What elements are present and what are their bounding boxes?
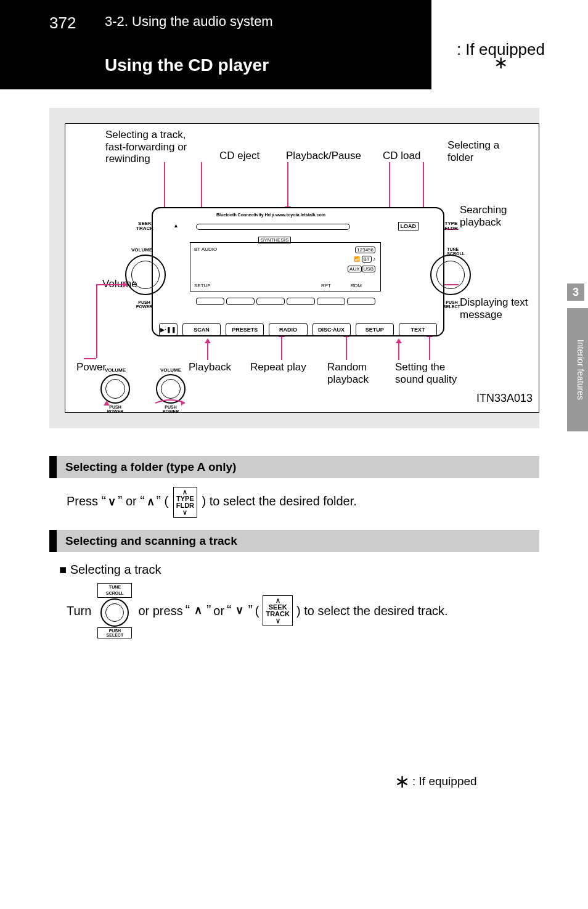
push-power-label: PUSH POWER: [127, 300, 161, 309]
synthesis-label: SYNTHESIS: [258, 237, 291, 243]
bt-audio-label: BT AUDIO: [194, 247, 217, 252]
setup-display-label: SETUP: [194, 283, 211, 288]
section-folder: Selecting a folder (type A only) Press “…: [49, 456, 539, 518]
load-button[interactable]: LOAD: [398, 222, 419, 230]
or-word-2: or: [213, 602, 224, 619]
breadcrumb: 3-2. Using the audio system: [105, 14, 273, 30]
usb-label: USB: [362, 266, 375, 272]
inset-knob-2: VOLUME PUSH POWER: [152, 367, 190, 414]
open-paren: (: [164, 494, 168, 508]
stereo-display: BT AUDIO SYNTHESIS 123456 📶 BT ♪ AUXUSB …: [190, 242, 381, 291]
section-folder-body: Press “∨” or “∧” ( ∧TYPE FLDR∨ ) to sele…: [49, 478, 539, 518]
tune-bot-label: PUSH SELECT: [97, 627, 132, 638]
disc-aux-button[interactable]: DISC·AUX: [312, 323, 351, 336]
chev-down-icon-2: ∨: [234, 603, 245, 618]
footnote: ∗: If equipped: [394, 770, 539, 792]
tune-top-label: TUNE SCROLL: [97, 583, 132, 598]
eject-icon[interactable]: ▲: [171, 222, 181, 229]
chev-up-icon-2: ∧: [192, 603, 204, 618]
callout-folder: Selecting a folder: [447, 139, 521, 163]
callout-eject: CD eject: [219, 150, 259, 162]
if-equipped-note: : If equipped: [457, 40, 545, 59]
folder-text-1: Press: [67, 494, 102, 508]
callout-text-msg: Displaying text message: [460, 296, 540, 320]
asterisk-icon-2: ∗: [394, 771, 410, 791]
bt-help-label: Bluetooth Connectivity Help www.toyota.l…: [214, 212, 327, 218]
bottom-button-row: ▶·❚❚ SCAN PRESETS RADIO DISC·AUX SETUP T…: [153, 322, 443, 338]
callout-setup: Setting the sound quality: [395, 361, 475, 385]
disc-num-icon: 123456: [355, 247, 375, 253]
side-tab-label: Interior features: [570, 314, 586, 425]
cd-slot: [196, 224, 350, 230]
seek-track-label: SEEK TRACK: [129, 221, 160, 232]
playpause-button[interactable]: ▶·❚❚: [159, 323, 178, 336]
inset-power-label-1: PUSH POWER: [96, 405, 134, 414]
volume-label: VOLUME: [129, 247, 154, 253]
inset-volume-label-2: VOLUME: [152, 367, 190, 373]
footnote-text: : If equipped: [412, 775, 477, 788]
open-paren-2: (: [255, 602, 259, 619]
preset-row[interactable]: [196, 298, 378, 309]
figure-inner: Selecting a track, fast-forwarding or re…: [65, 123, 539, 413]
svg-marker-0: [181, 401, 185, 406]
track-sub: Selecting a track: [70, 563, 161, 576]
callout-playback: Playback: [189, 361, 231, 373]
callout-repeat: Repeat play: [250, 361, 306, 373]
callout-playpause: Playback/Pause: [286, 150, 361, 162]
track-close: ) to select the desired track.: [296, 602, 448, 619]
page-number: 372: [49, 14, 76, 33]
chev-down-icon: ∨: [106, 494, 118, 510]
side-tab: Interior features: [567, 308, 588, 431]
side-chapter-num: 3: [567, 283, 584, 301]
or-word: or: [126, 494, 140, 508]
radio-button[interactable]: RADIO: [269, 323, 307, 336]
inset-volume-label-1: VOLUME: [96, 367, 134, 373]
folder-text-2: ) to select the desired folder.: [202, 494, 357, 508]
bt-signal-icon: 📶 BT ♪: [354, 256, 375, 262]
callout-load: CD load: [383, 150, 420, 162]
tune-knob[interactable]: [430, 255, 471, 295]
tune-knob-inline[interactable]: TUNE SCROLL PUSH SELECT: [97, 583, 132, 638]
page-title: Using the CD player: [105, 55, 269, 75]
rdm-label: RDM: [351, 283, 362, 288]
stereo-panel: SEEK TRACK VOLUME PUSH POWER TYPE FLDR T…: [152, 207, 444, 336]
scan-button[interactable]: SCAN: [182, 323, 221, 336]
type-fldr-button-inline[interactable]: ∧TYPE FLDR∨: [173, 487, 197, 518]
track-turn: Turn: [67, 602, 91, 619]
aux-label: AUX: [348, 266, 361, 272]
section-track: Selecting and scanning a track ■ Selecti…: [49, 530, 539, 638]
volume-knob[interactable]: [125, 255, 166, 295]
inset-knob-1: VOLUME PUSH POWER: [96, 367, 134, 414]
text-button[interactable]: TEXT: [399, 323, 437, 336]
section-track-title: Selecting and scanning a track: [49, 530, 539, 552]
callout-seek: Selecting a track, fast-forwarding or re…: [105, 129, 204, 165]
section-track-body: ■ Selecting a track Turn TUNE SCROLL PUS…: [49, 552, 539, 638]
setup-button[interactable]: SETUP: [356, 323, 394, 336]
callout-random: Random playback: [327, 361, 369, 385]
callout-search: Searching playback: [460, 204, 534, 228]
push-select-label: PUSH SELECT: [435, 300, 469, 309]
figure-wrap: Selecting a track, fast-forwarding or re…: [49, 108, 539, 428]
presets-button[interactable]: PRESETS: [226, 323, 264, 336]
figure-id: ITN33A013: [476, 392, 533, 405]
rpt-label: RPT: [321, 283, 331, 288]
track-press: or press: [138, 602, 182, 619]
type-fldr-label: TYPE FLDR: [436, 221, 467, 232]
tune-scroll-label: TUNE SCROLL: [445, 247, 467, 256]
seek-track-button-inline[interactable]: ∧SEEK TRACK∨: [263, 595, 293, 626]
section-folder-title: Selecting a folder (type A only): [49, 456, 539, 478]
chev-up-icon: ∧: [145, 494, 157, 510]
